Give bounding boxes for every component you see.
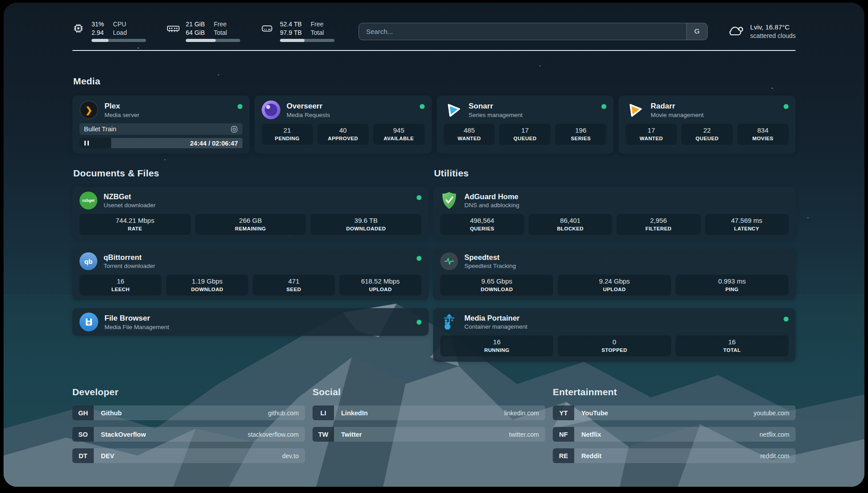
- link-item-linkedin[interactable]: LI LinkedIn linkedin.com: [313, 405, 545, 420]
- disk-total-value: 97.9 TB: [280, 29, 302, 36]
- link-url: twitter.com: [509, 427, 539, 442]
- playback-progress-bar: 24:44 / 02:06:47: [79, 138, 242, 148]
- search-input[interactable]: [359, 23, 686, 40]
- link-item-stackoverflow[interactable]: SO StackOverflow stackoverflow.com: [72, 427, 305, 442]
- stat-tile: 945AVAILABLE: [373, 124, 425, 145]
- filebrowser-icon: [79, 313, 98, 331]
- stat-label: QUEUED: [684, 135, 730, 142]
- stat-label: UPLOAD: [342, 286, 419, 293]
- app-name: Radarr: [651, 102, 704, 111]
- media-info-icon[interactable]: [230, 125, 238, 133]
- stat-value: 9.65 Gbps: [443, 277, 551, 286]
- app-description: Usenet downloader: [104, 202, 155, 209]
- stat-label: RUNNING: [443, 347, 551, 354]
- app-description: Media File Management: [104, 324, 169, 330]
- qbittorrent-icon: qb: [79, 252, 97, 270]
- stat-tile: 498,564QUERIES: [440, 214, 524, 235]
- link-abbr: GH: [72, 405, 94, 420]
- link-name: Reddit: [581, 448, 601, 463]
- stat-label: LATENCY: [708, 225, 786, 232]
- stat-value: 9.24 Gbps: [560, 277, 668, 286]
- section-title-entertainment: Entertainment: [553, 387, 796, 397]
- link-abbr: SO: [72, 427, 94, 442]
- disk-total-label: Total: [311, 29, 324, 36]
- app-card-nzbget[interactable]: nzbget NZBGet Usenet downloader 744.21 M…: [72, 187, 429, 239]
- memory-icon: [167, 21, 180, 36]
- link-item-youtube[interactable]: YT YouTube youtube.com: [553, 405, 796, 420]
- dashboard-window: 31% 2.94 CPU Load: [4, 3, 864, 487]
- utilities-column: Utilities AdGuard Home: [433, 168, 796, 362]
- stat-label: PENDING: [264, 135, 310, 142]
- stat-value: 266 GB: [198, 216, 304, 225]
- app-card-qbittorrent[interactable]: qb qBittorrent Torrent downloader 16LEEC…: [72, 247, 429, 300]
- app-description: Movie management: [651, 112, 704, 118]
- search-engine-button[interactable]: G: [686, 23, 707, 40]
- stat-label: WANTED: [447, 135, 492, 142]
- stat-label: SERIES: [558, 135, 604, 142]
- now-playing-title: Bullet Train: [84, 125, 117, 133]
- stat-value: 21: [264, 126, 310, 135]
- portainer-icon: [440, 313, 458, 331]
- app-card-radarr[interactable]: Radarr Movie management 17WANTED 22QUEUE…: [618, 96, 796, 154]
- app-description: DNS and adblocking: [464, 202, 519, 209]
- link-item-github[interactable]: GH Github github.com: [72, 405, 305, 420]
- stat-value: 945: [376, 126, 422, 135]
- app-name: Media Portainer: [464, 314, 527, 322]
- link-url: dev.to: [282, 448, 299, 463]
- status-online-dot: [417, 195, 421, 200]
- status-online-dot: [784, 317, 789, 322]
- link-item-reddit[interactable]: RE Reddit reddit.com: [553, 448, 796, 463]
- section-title-documents: Documents & Files: [73, 168, 429, 179]
- stat-tile: 47.569 msLATENCY: [705, 214, 789, 235]
- link-name: StackOverflow: [101, 427, 146, 442]
- app-description: Series management: [469, 112, 523, 118]
- stat-value: 16: [443, 338, 551, 347]
- stat-tile: 21PENDING: [262, 124, 313, 145]
- app-card-sonarr[interactable]: Sonarr Series management 485WANTED 17QUE…: [437, 96, 614, 154]
- memory-free-label: Free: [214, 21, 227, 28]
- overseerr-icon: [262, 100, 280, 119]
- status-online-dot: [238, 104, 242, 109]
- memory-free-value: 21 GiB: [186, 21, 205, 28]
- app-card-plex[interactable]: ❯ Plex Media server Bullet Train: [72, 96, 250, 154]
- radarr-icon: [626, 100, 644, 119]
- plex-icon: ❯: [79, 100, 98, 119]
- stat-label: DOWNLOADED: [313, 225, 419, 232]
- link-abbr: TW: [313, 427, 334, 442]
- link-abbr: LI: [313, 405, 334, 420]
- section-title-developer: Developer: [72, 387, 305, 397]
- playback-time: 24:44 / 02:06:47: [190, 140, 238, 147]
- app-description: Media server: [104, 112, 139, 118]
- stat-label: TOTAL: [678, 347, 786, 354]
- stat-value: 16: [678, 338, 786, 347]
- app-card-speedtest[interactable]: Speedtest Speedtest Tracking 9.65 GbpsDO…: [433, 247, 796, 300]
- stat-value: 39.6 TB: [313, 216, 419, 225]
- app-card-filebrowser[interactable]: File Browser Media File Management: [72, 308, 429, 336]
- stat-tile: 0STOPPED: [558, 335, 671, 356]
- now-playing-row: Bullet Train: [79, 123, 242, 135]
- app-name: Sonarr: [469, 102, 523, 111]
- stat-value: 744.21 Mbps: [82, 216, 188, 225]
- pause-button[interactable]: [84, 141, 89, 146]
- stat-tile: 485WANTED: [444, 124, 495, 145]
- stat-tile: 618.52 MbpsUPLOAD: [339, 275, 421, 296]
- stat-value: 0.993 ms: [678, 277, 786, 286]
- app-card-portainer[interactable]: Media Portainer Container management 16R…: [433, 308, 796, 362]
- status-online-dot: [417, 256, 421, 261]
- stat-tile: 1.19 GbpsDOWNLOAD: [166, 275, 248, 296]
- link-item-twitter[interactable]: TW Twitter twitter.com: [313, 427, 545, 442]
- stat-tile: 16RUNNING: [440, 335, 553, 356]
- link-item-netflix[interactable]: NF Netflix netflix.com: [553, 427, 796, 442]
- app-card-adguard[interactable]: AdGuard Home DNS and adblocking 498,564Q…: [433, 187, 796, 239]
- app-card-overseerr[interactable]: Overseerr Media Requests 21PENDING 40APP…: [255, 96, 432, 154]
- stat-tile: 16TOTAL: [676, 335, 789, 356]
- stat-value: 16: [82, 277, 159, 286]
- app-name: Overseerr: [287, 102, 330, 111]
- search-bar: G: [359, 23, 708, 40]
- developer-links-section: Developer GH Github github.com SO StackO…: [72, 387, 305, 470]
- stat-label: QUEUED: [502, 135, 548, 142]
- stat-value: 2,956: [619, 216, 698, 225]
- stat-label: STOPPED: [560, 347, 668, 354]
- stat-tile: 39.6 TBDOWNLOADED: [310, 214, 421, 235]
- link-item-dev[interactable]: DT DEV dev.to: [72, 448, 305, 463]
